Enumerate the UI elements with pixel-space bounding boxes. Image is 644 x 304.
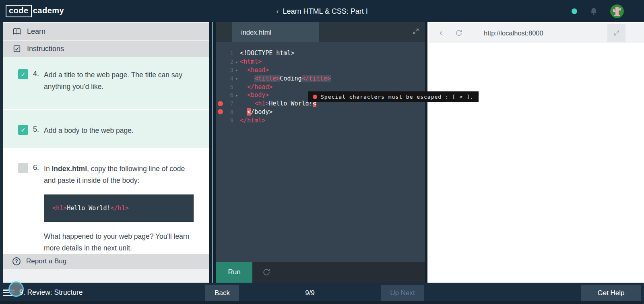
lesson-footer-bar: 9. Review: Structure Back 9/9 Up Next Ge… [0,283,644,304]
progress-indicator: 9/9 [278,289,342,297]
code-line[interactable]: 8 </body> [216,108,425,116]
code-lines: 1<!DOCTYPE html>2▾<html>3▾ <head>4▾ <tit… [216,49,425,124]
code-editor-pane: index.html 1<!DOCTYPE html>2▾<html>3▾ <h… [216,22,425,283]
step-number: 6. [33,163,39,254]
question-icon: ? [12,257,21,265]
fold-arrow-icon[interactable]: ▾ [233,67,240,72]
web-browser-pane: ‹ http://localhost:8000 [427,22,644,283]
instructions-sidebar: Learn Instructions ✓ 4. Add a title to t… [0,22,209,283]
check-icon: ✓ [21,126,26,134]
code-line[interactable]: 9</html> [216,116,425,124]
step-text: Add a title to the web page. The title c… [44,69,194,93]
expand-browser-button[interactable] [607,24,625,42]
browser-viewport [427,43,644,283]
step-item-4: ✓ 4. Add a title to the web page. The ti… [3,57,209,109]
course-title[interactable]: ‹Learn HTML & CSS: Part I [0,7,644,16]
code-text: <h1>Hello World!< [240,100,316,107]
step-after-text: What happened to your web page? You'll l… [44,231,194,254]
lesson-title: 9. Review: Structure [19,288,83,297]
line-number: 1 [225,50,233,56]
tab-index-html[interactable]: index.html [232,22,319,42]
code-area[interactable]: 1<!DOCTYPE html>2▾<html>3▾ <head>4▾ <tit… [216,42,425,262]
check-icon: ✓ [21,71,26,78]
code-text: <!DOCTYPE html> [240,50,294,57]
instruction-code-snippet[interactable]: <h1>Hello World!</h1> [44,194,194,222]
step-item-6: 6. In index.html, copy the following lin… [3,148,209,254]
code-line[interactable]: 1<!DOCTYPE html> [216,49,425,58]
fold-spacer [233,112,240,112]
steps-list: ✓ 4. Add a title to the web page. The ti… [3,57,209,254]
error-marker-icon [216,101,225,106]
line-number: 4 [225,75,233,82]
code-text: <title>Coding</title> [240,75,331,82]
editor-run-bar: Run [216,262,425,283]
step-number: 5. [33,125,39,148]
fold-arrow-icon[interactable]: ▾ [233,93,240,98]
pane-resize-divider[interactable] [212,22,213,283]
step-6-checkbox[interactable] [18,163,28,173]
back-chevron-icon[interactable]: ‹ [276,7,279,15]
editor-tab-bar: index.html [216,22,425,42]
fold-spacer [233,103,240,104]
filename-bold: index.html [52,165,87,173]
sidebar-footer-strip [3,269,209,283]
line-number: 8 [225,109,233,115]
sidebar-item-learn[interactable]: Learn [3,22,209,40]
code-text: </html> [240,117,265,124]
learn-label: Learn [27,27,45,36]
step-4-checkbox[interactable]: ✓ [18,69,28,79]
fold-arrow-icon[interactable]: ▾ [233,76,240,81]
line-number: 3 [225,67,233,73]
notifications-bell-icon[interactable] [589,7,598,16]
browser-refresh-icon[interactable] [455,29,463,37]
fold-spacer [233,120,240,121]
code-text: <head> [240,66,269,74]
error-dot-icon [313,95,317,99]
error-tooltip: Special characters must be escaped : [ <… [308,91,479,102]
run-button[interactable]: Run [216,262,252,283]
report-a-bug-button[interactable]: ? Report a Bug [3,254,209,269]
error-marker-icon [216,109,225,114]
url-field[interactable]: http://localhost:8000 [484,29,543,37]
step-text: In index.html, copy the following line o… [44,163,194,186]
reset-code-icon[interactable] [262,268,271,277]
fold-spacer [233,87,240,87]
step-item-5: ✓ 5. Add a body to the web page. [3,110,209,148]
fold-arrow-icon[interactable]: ▾ [233,59,240,64]
book-icon [12,27,21,36]
line-number: 2 [225,58,233,65]
tab-bar-spacer [216,22,232,42]
report-a-bug-label: Report a Bug [26,257,66,265]
line-number: 6 [225,92,233,98]
line-number: 7 [225,100,233,107]
step-text: Add a body to the web page. [44,125,194,136]
get-help-button[interactable]: Get Help [581,285,641,302]
code-text: </body> [240,108,272,116]
step-5-checkbox[interactable]: ✓ [18,125,28,135]
browser-url-bar: ‹ http://localhost:8000 [429,23,644,43]
expand-browser-icon [613,30,620,36]
code-line[interactable]: 3▾ <head> [216,66,425,74]
code-line[interactable]: 2▾<html> [216,58,425,66]
error-tooltip-text: Special characters must be escaped : [ <… [321,94,474,100]
status-dot-icon [572,8,577,14]
step-number: 4. [33,70,39,109]
top-bar: codecademy ‹Learn HTML & CSS: Part I [0,0,644,22]
code-text: </head> [240,83,272,91]
checkbox-icon [12,44,21,53]
expand-editor-icon[interactable] [412,28,419,35]
back-button[interactable]: Back [205,285,239,302]
instructions-label: Instructions [27,45,64,53]
sidebar-item-instructions[interactable]: Instructions [3,40,209,57]
code-text: <html> [240,58,262,65]
code-line[interactable]: 5 </head> [216,83,425,91]
up-next-button[interactable]: Up Next [381,285,424,302]
code-line[interactable]: 4▾ <title>Coding</title> [216,74,425,83]
browser-back-icon[interactable]: ‹ [440,28,448,38]
fold-spacer [233,53,240,54]
line-number: 9 [225,117,233,124]
code-text: <body> [240,91,269,99]
user-avatar[interactable] [610,4,624,18]
line-number: 5 [225,84,233,90]
